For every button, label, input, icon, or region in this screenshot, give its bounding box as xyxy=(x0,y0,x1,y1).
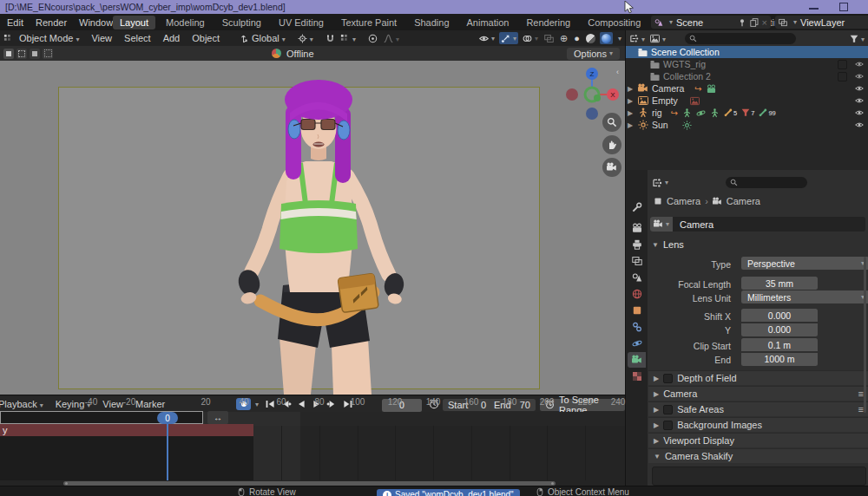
keying-dropdown[interactable]: ▾ xyxy=(255,401,259,408)
camera-view-button[interactable] xyxy=(602,158,621,177)
playhead-frame-pill[interactable]: 0 xyxy=(157,412,178,424)
scene-selector[interactable]: ▾ Scene × xyxy=(651,16,771,29)
expand-arrow-icon[interactable]: ▶ xyxy=(626,85,635,93)
panel-depth-of-field[interactable]: ▶Depth of Field xyxy=(648,370,868,385)
exclude-checkbox[interactable] xyxy=(838,72,847,82)
play-reverse-button[interactable] xyxy=(296,399,306,409)
select-mode-intersect-icon[interactable] xyxy=(43,49,53,59)
safe-areas-checkbox[interactable] xyxy=(663,405,673,414)
panel-camera-shakify[interactable]: ▼Camera Shakify xyxy=(648,448,868,463)
datablock-selector[interactable]: ▾ Camera xyxy=(650,217,865,232)
outliner-filter-button[interactable]: ▾ xyxy=(850,33,865,43)
tab-sculpting[interactable]: Sculpting xyxy=(215,16,268,29)
panel-background-images[interactable]: ▶Background Images xyxy=(648,417,868,432)
outliner-search-input[interactable] xyxy=(685,33,796,44)
menu-playback[interactable]: Playback▾ xyxy=(0,399,49,409)
view-layer-selector[interactable]: ▾ ViewLayer xyxy=(775,16,868,29)
snap-target-icon[interactable] xyxy=(340,34,350,43)
menu-edit[interactable]: Edit xyxy=(7,17,23,28)
shakify-list-box[interactable] xyxy=(652,467,866,486)
exclude-checkbox[interactable] xyxy=(838,60,847,69)
panel-safe-areas[interactable]: ▶Safe Areas ≡ xyxy=(648,401,868,416)
menu-render[interactable]: Render xyxy=(36,17,67,28)
unlink-scene-icon[interactable]: × xyxy=(762,17,767,28)
lens-unit-dropdown[interactable]: Millimeters▾ xyxy=(741,290,868,303)
outliner-row-sun[interactable]: ▶ Sun xyxy=(626,119,868,131)
xray-toggle[interactable] xyxy=(542,32,556,44)
properties-search-input[interactable] xyxy=(726,177,807,188)
outliner-row-scene-collection[interactable]: Scene Collection xyxy=(626,46,868,58)
menu-view[interactable]: View xyxy=(85,33,118,43)
outliner-row-empty[interactable]: ▶ Empty xyxy=(626,95,868,107)
shift-y-field[interactable]: 0.000 xyxy=(741,323,818,336)
tab-tool[interactable] xyxy=(628,199,646,215)
outliner-display-mode[interactable]: ▾ xyxy=(629,33,645,44)
select-mode-subtract-icon[interactable] xyxy=(30,49,40,59)
show-gizmo-toggle[interactable]: ▾ xyxy=(499,32,518,44)
show-overlays-toggle[interactable]: ▾ xyxy=(521,32,540,44)
properties-scrollbar[interactable] xyxy=(864,257,866,413)
shading-rendered-button[interactable] xyxy=(600,32,613,44)
breadcrumb-object[interactable]: Camera xyxy=(667,196,700,206)
panel-camera[interactable]: ▶Camera ≡ xyxy=(648,386,868,401)
mode-selector[interactable]: Object Mode▾ xyxy=(13,33,85,43)
viewport-canvas[interactable]: Z X ‹ xyxy=(0,61,625,395)
shading-material-button[interactable] xyxy=(584,32,597,44)
expand-arrow-icon[interactable]: ▶ xyxy=(626,97,635,105)
dof-checkbox[interactable] xyxy=(663,374,673,383)
focal-length-field[interactable]: 35 mm xyxy=(741,277,818,290)
tab-shading[interactable]: Shading xyxy=(407,16,456,29)
expand-arrow-icon[interactable]: ▶ xyxy=(626,121,635,129)
outliner-row-wgts-rig[interactable]: WGTS_rig xyxy=(626,58,868,70)
tab-texture[interactable] xyxy=(628,369,646,384)
menu-window[interactable]: Window xyxy=(79,17,113,28)
tab-rendering[interactable]: Rendering xyxy=(519,16,577,29)
channel-row[interactable]: y xyxy=(0,424,253,436)
proportional-editing-toggle[interactable] xyxy=(362,33,384,44)
clip-end-field[interactable]: 1000 m xyxy=(741,353,818,366)
editor-type-icon[interactable] xyxy=(3,34,13,43)
eye-icon[interactable] xyxy=(854,60,865,69)
eye-icon[interactable] xyxy=(854,84,865,93)
tab-compositing[interactable]: Compositing xyxy=(581,16,648,29)
lens-panel-header[interactable]: ▼Lens xyxy=(652,239,684,250)
background-images-checkbox[interactable] xyxy=(663,421,673,430)
tab-output[interactable] xyxy=(628,237,646,252)
outliner-row-rig[interactable]: ▶ rig ↪ 5 7 99 xyxy=(626,107,868,119)
options-button[interactable]: Options▾ xyxy=(567,48,620,60)
type-dropdown[interactable]: Perspective▾ xyxy=(741,257,868,270)
tab-modeling[interactable]: Modeling xyxy=(159,16,212,29)
tab-animation[interactable]: Animation xyxy=(460,16,516,29)
snap-toggle[interactable]: ▾ xyxy=(319,33,362,44)
window-maximize-button[interactable] xyxy=(839,3,848,11)
eye-icon[interactable] xyxy=(854,121,865,129)
shading-solid-button[interactable]: ● xyxy=(572,32,582,44)
pivot-point-selector[interactable]: ▾ xyxy=(292,33,319,44)
eye-icon[interactable] xyxy=(854,96,865,105)
outliner-filter-id-type[interactable]: ▾ xyxy=(650,33,666,44)
sidebar-toggle-arrow[interactable]: ‹ xyxy=(616,68,619,76)
menu-add[interactable]: Add xyxy=(157,33,187,43)
shading-dropdown[interactable]: ▾ xyxy=(618,35,621,42)
tab-layout[interactable]: Layout xyxy=(113,16,155,29)
window-minimize-button[interactable] xyxy=(809,8,819,10)
object-type-visibility[interactable]: ▾ xyxy=(477,32,496,44)
menu-object[interactable]: Object xyxy=(186,33,226,43)
jump-to-start-button[interactable] xyxy=(265,399,275,409)
next-keyframe-button[interactable] xyxy=(327,399,338,409)
proportional-falloff-selector[interactable]: ▾ xyxy=(384,33,405,44)
select-mode-set-icon[interactable] xyxy=(3,49,14,59)
expand-arrows-icon[interactable]: ↔ xyxy=(207,411,228,424)
select-mode-extend-icon[interactable] xyxy=(16,49,27,59)
tab-texture-paint[interactable]: Texture Paint xyxy=(334,16,404,29)
tab-uv-editing[interactable]: UV Editing xyxy=(272,16,331,29)
zoom-button[interactable] xyxy=(602,113,621,132)
expand-arrow-icon[interactable]: ▶ xyxy=(626,109,635,117)
outliner-row-collection-2[interactable]: Collection 2 xyxy=(626,70,868,82)
breadcrumb-data[interactable]: Camera xyxy=(727,196,760,206)
eye-icon[interactable] xyxy=(854,108,865,117)
panel-viewport-display[interactable]: ▶Viewport Display xyxy=(648,433,868,447)
shift-x-field[interactable]: 0.000 xyxy=(741,309,818,322)
properties-editor-type[interactable]: ▾ xyxy=(652,176,668,187)
shading-wireframe-button[interactable]: ⊕ xyxy=(558,32,569,44)
